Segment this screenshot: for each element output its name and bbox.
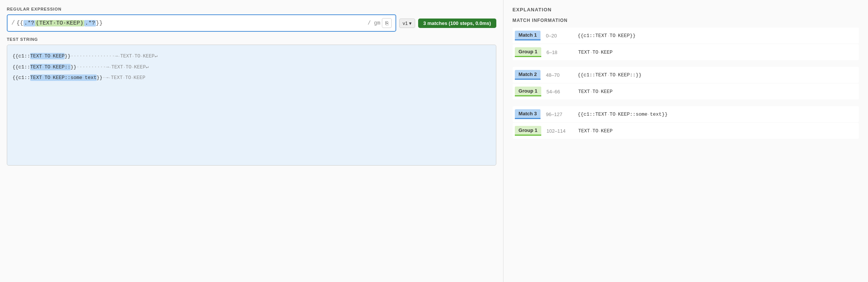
line3-arrow: →·TEXT·TO·KEEP — [105, 75, 145, 81]
line2-suffix: }} — [71, 64, 77, 70]
match-section-1: Match 1 0–20 {{c1::TEXT·TO·KEEP}} Group … — [513, 28, 859, 60]
re-group: (TEXT·TO·KEEP) — [35, 20, 84, 26]
version-chevron-icon: ▾ — [409, 20, 412, 26]
group-1-range: 6–18 — [547, 50, 573, 55]
match-row-2: Match 2 48–70 {{c1::TEXT·TO·KEEP::}} — [513, 67, 859, 83]
re-dotstar2: .*? — [84, 20, 96, 26]
re-dotstar1: .*? — [23, 20, 35, 26]
line1-prefix: {{c1:: — [12, 53, 30, 59]
right-panel: EXPLANATION MATCH INFORMATION Match 1 0–… — [504, 0, 868, 282]
group-3-range: 102–114 — [547, 128, 573, 134]
regex-content: {{ .*? (TEXT·TO·KEEP) .*? }} — [17, 20, 103, 26]
test-line-1: {{c1::TEXT·TO·KEEP}}···············→·TEX… — [12, 51, 491, 62]
match-section-2: Match 2 48–70 {{c1::TEXT·TO·KEEP::}} Gro… — [513, 67, 859, 99]
match-row-1: Match 1 0–20 {{c1::TEXT·TO·KEEP}} — [513, 28, 859, 43]
version-label: v1 — [403, 20, 408, 26]
group-1-value: TEXT·TO·KEEP — [578, 50, 613, 55]
match-2-label: Match 2 — [515, 70, 541, 80]
test-string-label: TEST STRING — [7, 37, 496, 42]
match-1-range: 0–20 — [546, 33, 572, 39]
match-1-label: Match 1 — [515, 31, 541, 40]
group-row-1: Group 1 6–18 TEXT·TO·KEEP — [513, 44, 859, 60]
group-2-label: Group 1 — [515, 87, 541, 96]
match-3-range: 96–127 — [546, 112, 572, 117]
group-2-range: 54–66 — [547, 89, 573, 95]
match-2-range: 48–70 — [546, 72, 572, 78]
test-line-3: {{c1::TEXT·TO·KEEP::some·text}}·→·TEXT·T… — [12, 73, 491, 84]
match-row-3: Match 3 96–127 {{c1::TEXT·TO·KEEP::some·… — [513, 106, 859, 122]
match-2-value: {{c1::TEXT·TO·KEEP::}} — [578, 72, 641, 78]
group-row-3: Group 1 102–114 TEXT·TO·KEEP — [513, 123, 859, 139]
match-count-badge: 3 matches (100 steps, 0.0ms) — [418, 19, 496, 28]
line2-arrow: →·TEXT·TO·KEEP↵ — [106, 64, 149, 70]
group-3-value: TEXT·TO·KEEP — [578, 128, 613, 134]
regex-open-slash: / — [11, 20, 15, 26]
group-1-label: Group 1 — [515, 47, 541, 57]
test-string-box[interactable]: {{c1::TEXT·TO·KEEP}}···············→·TEX… — [7, 45, 496, 166]
match-3-value: {{c1::TEXT·TO·KEEP::some·text}} — [578, 112, 667, 117]
group-3-label: Group 1 — [515, 126, 541, 136]
regex-input[interactable]: / {{ .*? (TEXT·TO·KEEP) .*? }} / gm ⎘ — [7, 14, 396, 32]
version-selector[interactable]: v1 ▾ — [399, 19, 415, 28]
group-row-2: Group 1 54–66 TEXT·TO·KEEP — [513, 84, 859, 99]
left-panel: REGULAR EXPRESSION v1 ▾ 3 matches (100 s… — [0, 0, 504, 282]
copy-regex-button[interactable]: ⎘ — [382, 18, 392, 28]
regex-section-label: REGULAR EXPRESSION — [7, 7, 496, 11]
line1-match: TEXT·TO·KEEP — [30, 53, 65, 59]
line1-arrow: →·TEXT·TO·KEEP↵ — [115, 53, 158, 59]
line2-dots: ·········· — [76, 64, 106, 70]
line1-dots: ··············· — [71, 53, 115, 59]
re-close-curly: }} — [96, 20, 103, 26]
match-info-title: MATCH INFORMATION — [513, 18, 859, 23]
re-open-curly: {{ — [17, 20, 23, 26]
line3-prefix: {{c1:: — [12, 75, 30, 81]
line2-prefix: {{c1:: — [12, 64, 30, 70]
match-section-3: Match 3 96–127 {{c1::TEXT·TO·KEEP::some·… — [513, 106, 859, 139]
line3-match: TEXT·TO·KEEP::some·text — [30, 74, 97, 81]
explanation-title: EXPLANATION — [513, 7, 859, 12]
line3-suffix: }} — [97, 75, 103, 81]
match-3-label: Match 3 — [515, 109, 541, 119]
regex-flags: / gm — [368, 20, 380, 26]
line2-match: TEXT·TO·KEEP:: — [30, 64, 71, 70]
match-1-value: {{c1::TEXT·TO·KEEP}} — [578, 33, 636, 39]
line1-suffix: }} — [65, 53, 71, 59]
group-2-value: TEXT·TO·KEEP — [578, 89, 613, 95]
line3-dots: · — [102, 75, 105, 81]
test-line-2: {{c1::TEXT·TO·KEEP::}}··········→·TEXT·T… — [12, 62, 491, 73]
regex-bar: v1 ▾ 3 matches (100 steps, 0.0ms) / {{ .… — [7, 14, 496, 32]
